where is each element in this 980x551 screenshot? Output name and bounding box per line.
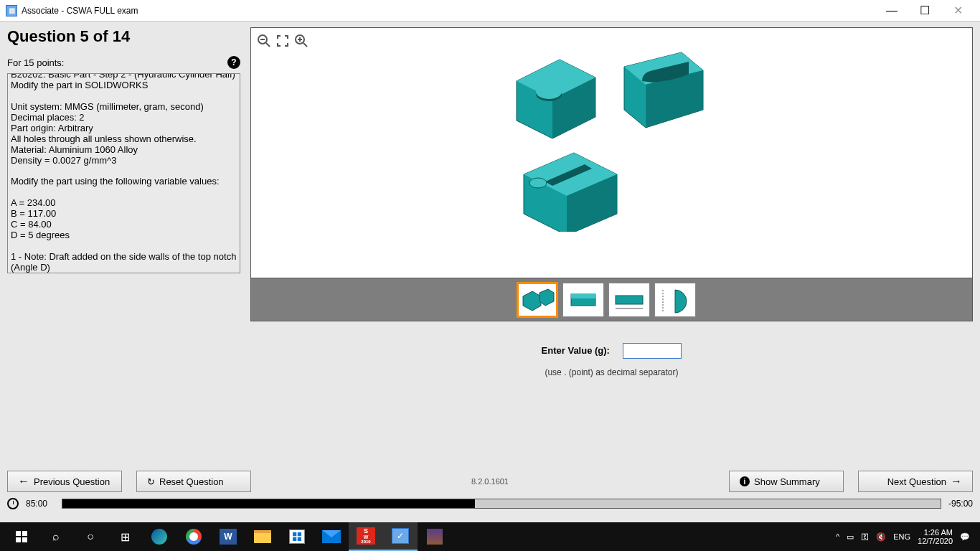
word-icon[interactable]: W bbox=[211, 522, 245, 551]
answer-label: Enter Value (g): bbox=[542, 345, 610, 356]
answer-area: Enter Value (g): (use . (point) as decim… bbox=[250, 343, 973, 377]
svg-rect-23 bbox=[571, 294, 595, 298]
arrow-left-icon: ← bbox=[18, 475, 29, 488]
thumbnail-1[interactable] bbox=[517, 282, 558, 318]
mail-icon[interactable] bbox=[314, 522, 349, 551]
title-bar: ▦ Associate - CSWA FULL exam — ☐ ✕ bbox=[0, 0, 980, 22]
window-title: Associate - CSWA FULL exam bbox=[22, 6, 875, 16]
zoom-out-icon[interactable] bbox=[255, 32, 273, 50]
close-button[interactable]: ✕ bbox=[941, 0, 974, 22]
timer-row: 85:00 -95:00 bbox=[7, 498, 973, 509]
clock-tray[interactable]: 1:26 AM 12/7/2020 bbox=[918, 528, 953, 545]
system-tray: ^ ▭ ⚿ 🔇 ENG 1:26 AM 12/7/2020 💬 bbox=[836, 528, 976, 545]
answer-hint: (use . (point) as decimal separator) bbox=[250, 367, 973, 377]
clock-icon bbox=[7, 498, 19, 509]
reset-label: Reset Question bbox=[159, 476, 224, 487]
refresh-icon: ↻ bbox=[147, 476, 155, 487]
explorer-icon[interactable] bbox=[245, 522, 280, 551]
info-icon: i bbox=[740, 476, 750, 486]
volume-icon[interactable]: 🔇 bbox=[876, 532, 886, 542]
show-summary-button[interactable]: i Show Summary bbox=[729, 471, 844, 492]
cortana-icon[interactable]: ○ bbox=[73, 522, 108, 551]
store-icon[interactable] bbox=[280, 522, 314, 551]
svg-marker-21 bbox=[540, 289, 554, 306]
svg-point-19 bbox=[529, 178, 547, 188]
elapsed-time: 85:00 bbox=[26, 499, 55, 509]
question-header: Question 5 of 14 bbox=[7, 27, 240, 46]
language-indicator[interactable]: ENG bbox=[893, 532, 910, 541]
chrome-icon[interactable] bbox=[176, 522, 211, 551]
search-icon[interactable]: ⌕ bbox=[39, 522, 73, 551]
help-icon[interactable]: ? bbox=[227, 56, 240, 69]
question-body[interactable]: B20202. Basic Part - Step 2 - (Hydraulic… bbox=[7, 73, 240, 273]
svg-line-6 bbox=[303, 43, 307, 47]
thumbnail-2[interactable] bbox=[562, 283, 604, 317]
svg-rect-34 bbox=[298, 537, 301, 541]
tray-date: 12/7/2020 bbox=[918, 537, 953, 545]
svg-line-2 bbox=[266, 43, 270, 47]
start-button[interactable] bbox=[4, 522, 39, 551]
tray-chevron-icon[interactable]: ^ bbox=[836, 532, 839, 541]
exam-app-icon[interactable]: ✓ bbox=[383, 522, 418, 551]
summary-label: Show Summary bbox=[754, 476, 820, 487]
version-label: 8.2.0.1601 bbox=[471, 477, 509, 486]
svg-rect-30 bbox=[22, 537, 27, 542]
svg-rect-24 bbox=[616, 296, 643, 304]
solidworks-icon[interactable]: SW2019 bbox=[349, 522, 383, 551]
remaining-time: -95:00 bbox=[948, 499, 973, 509]
time-progress-bar bbox=[62, 499, 941, 509]
svg-rect-29 bbox=[16, 537, 21, 542]
svg-marker-20 bbox=[523, 291, 541, 311]
arrow-right-icon: → bbox=[951, 475, 962, 488]
maximize-button[interactable]: ☐ bbox=[908, 0, 941, 22]
svg-point-11 bbox=[536, 85, 562, 99]
answer-input[interactable] bbox=[623, 343, 682, 359]
wifi-icon[interactable]: ⚿ bbox=[861, 532, 869, 541]
next-label: Next Question bbox=[887, 476, 946, 487]
part-render bbox=[495, 31, 710, 232]
thumbnail-4[interactable] bbox=[654, 283, 696, 317]
time-progress-fill bbox=[62, 499, 475, 508]
svg-rect-32 bbox=[298, 532, 301, 536]
svg-rect-28 bbox=[22, 531, 27, 536]
previous-label: Previous Question bbox=[34, 476, 110, 487]
previous-question-button[interactable]: ← Previous Question bbox=[7, 471, 122, 492]
minimize-button[interactable]: — bbox=[875, 0, 908, 22]
winrar-icon[interactable] bbox=[418, 522, 452, 551]
image-viewer bbox=[250, 27, 973, 278]
task-view-icon[interactable]: ⊞ bbox=[108, 522, 142, 551]
battery-icon[interactable]: ▭ bbox=[847, 532, 854, 542]
svg-rect-31 bbox=[293, 532, 296, 536]
thumbnail-bar bbox=[250, 278, 973, 321]
fit-icon[interactable] bbox=[274, 32, 291, 50]
edge-icon[interactable] bbox=[142, 522, 176, 551]
windows-taskbar: ⌕ ○ ⊞ W SW2019 ✓ ^ ▭ ⚿ 🔇 ENG 1:26 AM 12/… bbox=[0, 522, 980, 551]
next-question-button[interactable]: Next Question → bbox=[858, 471, 973, 492]
thumbnail-3[interactable] bbox=[608, 283, 650, 317]
points-label: For 15 points: bbox=[7, 57, 65, 68]
svg-rect-27 bbox=[16, 531, 21, 536]
notifications-icon[interactable]: 💬 bbox=[960, 532, 970, 542]
reset-question-button[interactable]: ↻ Reset Question bbox=[136, 471, 251, 492]
tray-time: 1:26 AM bbox=[918, 528, 953, 537]
zoom-in-icon[interactable] bbox=[293, 32, 310, 50]
svg-rect-33 bbox=[293, 537, 296, 541]
question-panel: Question 5 of 14 For 15 points: ? B20202… bbox=[7, 27, 240, 466]
app-icon: ▦ bbox=[6, 5, 17, 17]
